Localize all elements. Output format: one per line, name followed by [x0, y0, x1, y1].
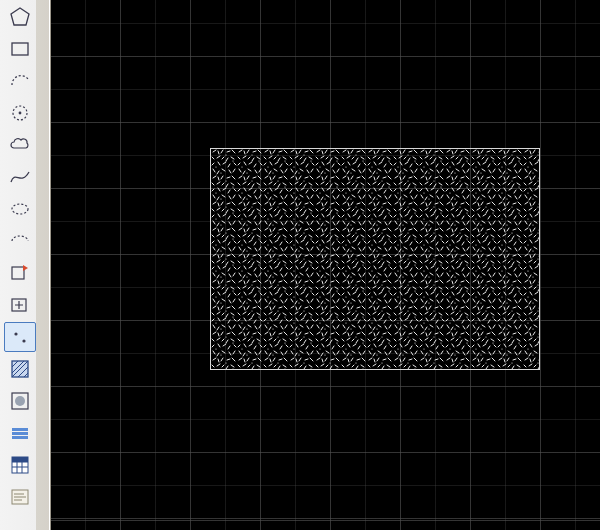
svg-rect-13	[12, 432, 28, 435]
rectangle-icon	[9, 38, 31, 60]
table-icon	[9, 454, 31, 476]
spline-tool[interactable]	[4, 162, 36, 192]
svg-point-11	[15, 396, 25, 406]
hatch-tool[interactable]	[4, 354, 36, 384]
make-block-icon	[9, 294, 31, 316]
hatched-rectangle[interactable]	[210, 148, 540, 370]
app-root	[0, 0, 600, 530]
make-block-tool[interactable]	[4, 290, 36, 320]
gradient-icon	[9, 390, 31, 412]
svg-marker-0	[11, 8, 29, 25]
drawing-canvas[interactable]	[0, 0, 600, 530]
circle-tool[interactable]	[4, 98, 36, 128]
gradient-tool[interactable]	[4, 386, 36, 416]
mtext-tool[interactable]	[4, 482, 36, 512]
rectangle-tool[interactable]	[4, 34, 36, 64]
svg-point-8	[22, 339, 25, 342]
svg-point-3	[19, 112, 22, 115]
ellipse-arc-icon	[9, 230, 31, 252]
polygon-tool[interactable]	[4, 2, 36, 32]
table-tool[interactable]	[4, 450, 36, 480]
revcloud-icon	[9, 134, 31, 156]
ellipse-arc-tool[interactable]	[4, 226, 36, 256]
arc-icon	[9, 70, 31, 92]
point-tool[interactable]	[4, 322, 36, 352]
block-tool[interactable]	[4, 258, 36, 288]
svg-point-4	[12, 204, 28, 214]
spline-icon	[9, 166, 31, 188]
svg-rect-12	[12, 428, 28, 431]
polygon-icon	[9, 6, 31, 28]
svg-rect-14	[12, 436, 28, 439]
draw-toolbar	[0, 0, 51, 530]
hatch-icon	[9, 358, 31, 380]
svg-rect-5	[12, 267, 24, 279]
region-icon	[9, 422, 31, 444]
point-icon	[9, 326, 31, 348]
ellipse-tool[interactable]	[4, 194, 36, 224]
mtext-icon	[9, 486, 31, 508]
revcloud-tool[interactable]	[4, 130, 36, 160]
svg-rect-16	[12, 457, 28, 462]
block-icon	[9, 262, 31, 284]
arc-tool[interactable]	[4, 66, 36, 96]
region-tool[interactable]	[4, 418, 36, 448]
svg-rect-1	[12, 43, 28, 55]
svg-point-7	[14, 332, 17, 335]
ellipse-icon	[9, 198, 31, 220]
circle-icon	[9, 102, 31, 124]
